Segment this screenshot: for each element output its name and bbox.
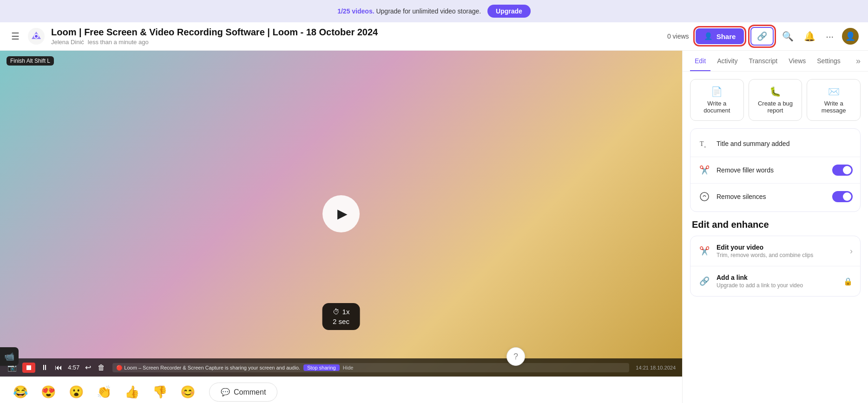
filler-words-icon: ✂️ — [698, 164, 711, 177]
loom-logo — [28, 28, 45, 45]
tab-settings[interactable]: Settings — [812, 51, 845, 71]
video-thumbnail: Finish Alt Shift L ⏱ 1x 2 sec 📷 ⏹ ⏸ — [0, 51, 682, 377]
share-icon: 👤 — [704, 32, 713, 40]
more-options-button[interactable]: ··· — [824, 29, 835, 44]
header-meta: Jelena Dinić less than a minute ago — [51, 39, 378, 46]
remove-silences-label: Remove silences — [717, 193, 827, 200]
edit-video-title: Edit your video — [717, 244, 844, 251]
add-link-row[interactable]: 🔗 Add a link Upgrade to add a link to yo… — [690, 266, 860, 296]
emoji-surprised-button[interactable]: 😮 — [65, 383, 87, 401]
write-document-card[interactable]: 📄 Write a document — [690, 79, 744, 121]
speed-line: ⏱ 1x — [333, 308, 350, 316]
header-right: 0 views 👤 Share 🔗 🔍 🔔 ··· 👤 — [667, 27, 859, 46]
share-button[interactable]: 👤 Share — [696, 28, 744, 44]
search-button[interactable]: 🔍 — [780, 29, 796, 44]
add-link-text: Add a link Upgrade to add a link to your… — [717, 274, 838, 289]
write-doc-label: Write a document — [696, 100, 738, 114]
edit-video-row[interactable]: ✂️ Edit your video Trim, remove words, a… — [690, 236, 860, 266]
add-link-icon: 🔗 — [698, 275, 711, 288]
edit-enhance-title: Edit and enhance — [690, 219, 861, 230]
emoji-clap-button[interactable]: 👏 — [93, 383, 115, 401]
header-title-block: Loom | Free Screen & Video Recording Sof… — [51, 27, 378, 46]
emoji-laugh-button[interactable]: 😂 — [9, 383, 32, 401]
write-msg-icon: ✉️ — [828, 86, 840, 97]
stop-sharing-button[interactable]: Stop sharing — [303, 364, 340, 371]
emoji-thumbsup-button[interactable]: 👍 — [121, 383, 143, 401]
tab-edit[interactable]: Edit — [690, 51, 710, 71]
page-title: Loom | Free Screen & Video Recording Sof… — [51, 27, 378, 38]
play-button[interactable] — [322, 195, 360, 232]
header: ☰ Loom | Free Screen & Video Recording S… — [0, 22, 868, 51]
title-summary-icon: T ₓ — [698, 137, 711, 150]
title-summary-row: T ₓ Title and summary added — [690, 131, 860, 157]
ai-action-cards: 📄 Write a document 🐛 Create a bug report… — [690, 79, 861, 121]
finish-badge: Finish Alt Shift L — [7, 56, 54, 66]
edit-video-arrow: › — [850, 246, 853, 256]
video-count-link[interactable]: 1/25 videos. — [337, 7, 374, 15]
camera-float-button[interactable]: 📹 — [0, 347, 19, 366]
upgrade-button[interactable]: Upgrade — [487, 5, 531, 18]
enhance-section: ✂️ Edit your video Trim, remove words, a… — [690, 236, 861, 297]
tab-transcript[interactable]: Transcript — [744, 51, 782, 71]
remove-silences-toggle[interactable] — [832, 191, 853, 202]
link-icon: 🔗 — [757, 31, 767, 41]
banner-text: Upgrade for unlimited video storage. — [376, 7, 481, 15]
views-count: 0 views — [667, 33, 689, 40]
avatar: 👤 — [842, 28, 859, 45]
video-controls: 📷 ⏹ ⏸ ⏮ 4:57 ↩ 🗑 🔴 Loom – Screen Recorde… — [0, 358, 682, 377]
comment-button[interactable]: 💬 Comment — [209, 383, 277, 402]
speed-badge: ⏱ 1x 2 sec — [322, 303, 360, 330]
write-msg-label: Write a message — [813, 100, 855, 114]
expand-tabs-button[interactable]: » — [856, 56, 861, 66]
video-container: Finish Alt Shift L ⏱ 1x 2 sec 📷 ⏹ ⏸ — [0, 51, 682, 377]
create-bug-report-card[interactable]: 🐛 Create a bug report — [749, 79, 802, 121]
tab-activity[interactable]: Activity — [712, 51, 742, 71]
comment-label: Comment — [234, 388, 266, 396]
svg-point-2 — [35, 35, 38, 38]
speed-value: 1x — [342, 308, 350, 316]
hamburger-menu-button[interactable]: ☰ — [9, 29, 21, 44]
pause-button[interactable]: ⏸ — [40, 363, 49, 373]
copy-link-button[interactable]: 🔗 — [750, 27, 774, 46]
svg-text:T: T — [700, 140, 704, 147]
help-button[interactable]: ? — [506, 347, 525, 366]
tab-views[interactable]: Views — [784, 51, 810, 71]
emoji-thumbsdown-button[interactable]: 👎 — [149, 383, 171, 401]
bug-report-icon: 🐛 — [769, 86, 781, 97]
sidebar-tabs: Edit Activity Transcript Views Settings … — [683, 51, 868, 72]
add-link-sub: Upgrade to add a link to your video — [717, 282, 838, 289]
hide-button[interactable]: Hide — [343, 365, 354, 370]
edit-video-sub: Trim, remove words, and combine clips — [717, 252, 844, 258]
remove-silences-icon — [698, 190, 711, 203]
delete-button[interactable]: 🗑 — [97, 363, 106, 373]
notifications-button[interactable]: 🔔 — [802, 29, 817, 44]
time-display: 4:57 — [68, 364, 79, 371]
emoji-more-button[interactable]: 😊 — [177, 383, 199, 401]
main-layout: Finish Alt Shift L ⏱ 1x 2 sec 📷 ⏹ ⏸ — [0, 51, 868, 403]
reaction-bar: 😂 😍 😮 👏 👍 👎 😊 💬 Comment — [0, 377, 682, 403]
stop-button[interactable]: ⏹ — [22, 363, 35, 373]
rewind-button[interactable]: ⏮ — [54, 363, 63, 373]
upload-time: less than a minute ago — [88, 39, 149, 46]
undo-button[interactable]: ↩ — [84, 362, 92, 373]
remove-silences-row: Remove silences — [690, 184, 860, 210]
edit-video-icon: ✂️ — [698, 244, 711, 258]
comment-icon: 💬 — [221, 388, 230, 396]
filler-words-toggle[interactable] — [832, 165, 853, 176]
right-sidebar: Edit Activity Transcript Views Settings … — [682, 51, 868, 403]
time-elapsed: 2 sec — [333, 317, 350, 325]
top-banner: 1/25 videos. Upgrade for unlimited video… — [0, 0, 868, 22]
emoji-love-button[interactable]: 😍 — [37, 383, 59, 401]
author-name: Jelena Dinić — [51, 39, 84, 46]
feature-section: T ₓ Title and summary added ✂️ Remove fi… — [690, 128, 861, 212]
header-left: ☰ Loom | Free Screen & Video Recording S… — [9, 27, 661, 46]
add-link-title: Add a link — [717, 274, 838, 281]
filler-words-label: Remove filler words — [717, 166, 827, 174]
write-message-card[interactable]: ✉️ Write a message — [807, 79, 861, 121]
sharing-notice: 🔴 Loom – Screen Recorder & Screen Captur… — [116, 365, 300, 370]
datetime-display: 14:21 18.10.2024 — [636, 365, 676, 370]
svg-point-5 — [700, 192, 709, 201]
sidebar-content: 📄 Write a document 🐛 Create a bug report… — [683, 72, 868, 403]
add-link-lock-icon: 🔒 — [843, 277, 853, 286]
edit-video-text: Edit your video Trim, remove words, and … — [717, 244, 844, 258]
